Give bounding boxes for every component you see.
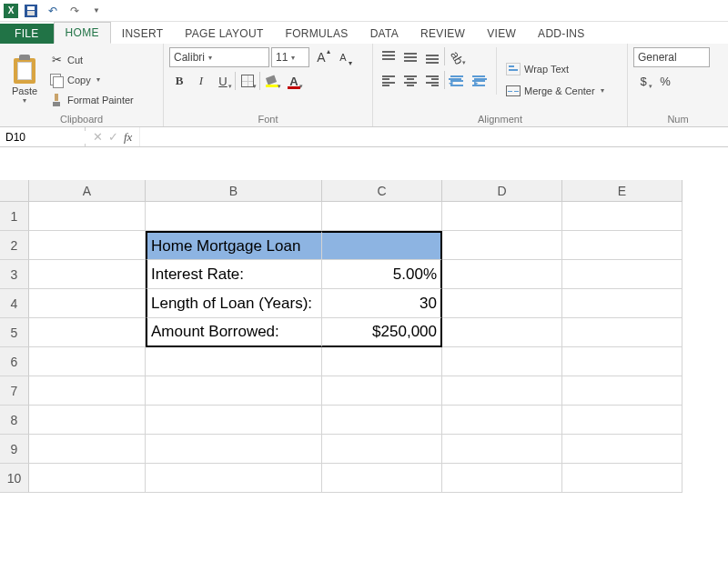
cell-E10[interactable] [562, 464, 682, 493]
col-header-B[interactable]: B [146, 180, 322, 202]
increase-indent-button[interactable]: ▸ [469, 71, 489, 91]
cut-button[interactable]: ✂ Cut [47, 51, 136, 69]
cell-B8[interactable] [146, 406, 322, 435]
cell-E3[interactable] [562, 260, 682, 289]
tab-page-layout[interactable]: PAGE LAYOUT [174, 24, 274, 44]
cell-B7[interactable] [146, 376, 322, 406]
font-name-dropdown[interactable]: Calibri▾ [169, 47, 269, 67]
insert-function-button[interactable]: fx [124, 130, 132, 145]
cell-C3[interactable]: 5.00% [322, 260, 442, 289]
align-right-button[interactable] [422, 71, 442, 91]
cell-A3[interactable] [29, 260, 146, 289]
cell-D4[interactable] [442, 289, 562, 318]
grow-font-button[interactable]: A▴ [311, 47, 331, 67]
cell-C9[interactable] [322, 435, 442, 464]
cell-C4[interactable]: 30 [322, 289, 442, 318]
row-header-3[interactable]: 3 [0, 260, 29, 289]
format-painter-button[interactable]: Format Painter [47, 91, 136, 109]
col-header-A[interactable]: A [29, 180, 146, 202]
italic-button[interactable]: I [191, 71, 211, 91]
cell-D2[interactable] [442, 231, 562, 260]
cell-C8[interactable] [322, 406, 442, 435]
cell-D10[interactable] [442, 464, 562, 493]
fill-color-button[interactable]: ▾ [262, 71, 282, 91]
bold-button[interactable]: B [169, 71, 189, 91]
cell-E4[interactable] [562, 289, 682, 318]
cell-C10[interactable] [322, 464, 442, 493]
borders-button[interactable]: ▾ [238, 71, 258, 91]
cell-D3[interactable] [442, 260, 562, 289]
align-middle-button[interactable] [400, 47, 420, 67]
select-all-corner[interactable] [0, 180, 29, 202]
cell-B5[interactable]: Amount Borrowed: [146, 318, 322, 347]
align-left-button[interactable] [379, 71, 399, 91]
cell-A2[interactable] [29, 231, 146, 260]
tab-review[interactable]: REVIEW [410, 24, 476, 44]
cell-A8[interactable] [29, 406, 146, 435]
formula-input[interactable] [140, 127, 728, 146]
cell-A5[interactable] [29, 318, 146, 347]
row-header-1[interactable]: 1 [0, 202, 29, 231]
redo-button[interactable]: ↷ [66, 2, 84, 20]
tab-insert[interactable]: INSERT [111, 24, 175, 44]
row-header-9[interactable]: 9 [0, 435, 29, 464]
formula-enter-button[interactable]: ✓ [108, 130, 118, 144]
shrink-font-button[interactable]: A▾ [333, 47, 353, 67]
cell-D5[interactable] [442, 318, 562, 347]
tab-add-ins[interactable]: ADD-INS [527, 24, 595, 44]
cell-B10[interactable] [146, 464, 322, 493]
cell-B1[interactable] [146, 202, 322, 231]
cell-A10[interactable] [29, 464, 146, 493]
cell-B3[interactable]: Interest Rate: [146, 260, 322, 289]
cell-B4[interactable]: Length of Loan (Years): [146, 289, 322, 318]
qat-customize-button[interactable]: ▼ [87, 2, 106, 20]
col-header-D[interactable]: D [442, 180, 562, 202]
col-header-C[interactable]: C [322, 180, 442, 202]
tab-formulas[interactable]: FORMULAS [275, 24, 359, 44]
row-header-2[interactable]: 2 [0, 231, 29, 260]
wrap-text-button[interactable]: Wrap Text [504, 60, 606, 78]
cell-E6[interactable] [562, 347, 682, 376]
cell-C1[interactable] [322, 202, 442, 231]
cell-E9[interactable] [562, 435, 682, 464]
cell-A1[interactable] [29, 202, 146, 231]
row-header-8[interactable]: 8 [0, 406, 29, 435]
cell-D7[interactable] [442, 376, 562, 406]
cell-D9[interactable] [442, 435, 562, 464]
formula-cancel-button[interactable]: ✕ [93, 130, 103, 144]
cell-C6[interactable] [322, 347, 442, 376]
paste-button[interactable]: Paste ▾ [5, 47, 44, 112]
tab-view[interactable]: VIEW [476, 24, 527, 44]
decrease-indent-button[interactable]: ◂ [447, 71, 467, 91]
cell-E7[interactable] [562, 376, 682, 406]
cell-A4[interactable] [29, 289, 146, 318]
cell-D6[interactable] [442, 347, 562, 376]
cell-B2[interactable]: Home Mortgage Loan [146, 231, 322, 260]
copy-button[interactable]: Copy ▾ [47, 71, 136, 89]
font-size-dropdown[interactable]: 11▾ [271, 47, 309, 67]
tab-file[interactable]: FILE [0, 24, 54, 44]
cell-B9[interactable] [146, 435, 322, 464]
save-button[interactable] [22, 2, 40, 20]
row-header-10[interactable]: 10 [0, 464, 29, 493]
cell-D1[interactable] [442, 202, 562, 231]
align-top-button[interactable] [379, 47, 399, 67]
cell-E8[interactable] [562, 406, 682, 435]
cell-A9[interactable] [29, 435, 146, 464]
undo-button[interactable]: ↶ [44, 2, 62, 20]
orientation-button[interactable]: ab▾ [447, 47, 467, 67]
col-header-E[interactable]: E [562, 180, 682, 202]
cell-C7[interactable] [322, 376, 442, 406]
cell-A7[interactable] [29, 376, 146, 406]
align-center-button[interactable] [400, 71, 420, 91]
cell-E5[interactable] [562, 318, 682, 347]
excel-icon[interactable]: X [4, 4, 18, 18]
underline-button[interactable]: U▾ [213, 71, 233, 91]
cell-C5[interactable]: $250,000 [322, 318, 442, 347]
cell-B6[interactable] [146, 347, 322, 376]
cell-C2[interactable] [322, 231, 442, 260]
currency-button[interactable]: $▾ [633, 71, 653, 91]
tab-data[interactable]: DATA [359, 24, 410, 44]
cell-A6[interactable] [29, 347, 146, 376]
align-bottom-button[interactable] [422, 47, 442, 67]
